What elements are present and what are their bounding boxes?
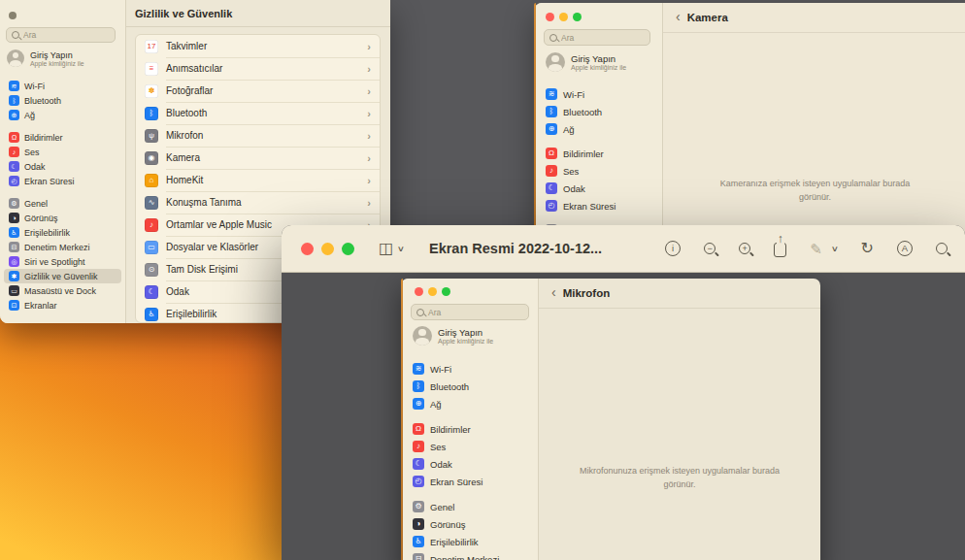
screenshot-image[interactable]: Ara Giriş Yapın Apple kimliğiniz ile ≋ W… xyxy=(401,279,820,560)
zoom-out-button[interactable]: − xyxy=(704,243,715,254)
row-icon: ▭ xyxy=(145,241,158,254)
privacy-row[interactable]: ᛒ Bluetooth › xyxy=(136,102,380,124)
sidebar-item[interactable]: ⚙ Genel xyxy=(4,196,121,211)
search-input[interactable] xyxy=(561,33,645,43)
sidebar-item[interactable]: ≋ Wi-Fi xyxy=(4,79,121,93)
sign-in-title: Giriş Yapın xyxy=(571,53,626,64)
sidebar-item[interactable]: ⊟ Denetim Merkezi xyxy=(4,240,121,254)
info-button[interactable]: i xyxy=(665,241,681,256)
settings-sidebar: Giriş Yapın Apple kimliğiniz ile ≋ Wi-Fi… xyxy=(0,0,126,323)
sidebar-item-label: Ağ xyxy=(563,124,575,135)
markup-button[interactable]: ✎ xyxy=(810,242,822,256)
icon-glyph: ≋ xyxy=(549,90,555,98)
sign-in-item[interactable]: Giriş Yapın Apple kimliğiniz ile xyxy=(7,49,84,67)
traffic-light-button[interactable] xyxy=(546,13,554,21)
annotate-button[interactable]: A xyxy=(897,241,913,256)
sidebar-item[interactable]: ᛒ Bluetooth xyxy=(4,93,121,108)
icon-glyph: ⊟ xyxy=(12,244,17,250)
sidebar-item-label: Siri ve Spotlight xyxy=(24,257,85,267)
icon-glyph: ⊙ xyxy=(149,266,155,274)
desktop-wallpaper xyxy=(0,291,291,560)
privacy-row[interactable]: ⌂ HomeKit › xyxy=(136,169,380,191)
privacy-row[interactable]: ◉ Kamera › xyxy=(136,147,380,169)
sidebar-item[interactable]: ᛒ Bluetooth xyxy=(541,103,657,120)
screenshot-sidebar: Ara Giriş Yapın Apple kimliğiniz ile ≋ W… xyxy=(403,279,539,560)
empty-state-text: Kameranıza erişmek isteyen uygulamalar b… xyxy=(711,178,919,204)
search-icon xyxy=(549,34,557,42)
back-button[interactable]: ‹ xyxy=(676,10,681,23)
sidebar-item-icon: ▭ xyxy=(9,285,19,296)
sidebar-item-icon: ⊟ xyxy=(9,242,19,252)
share-button[interactable] xyxy=(774,243,786,257)
search-input[interactable] xyxy=(23,30,110,40)
sidebar-item-icon: ⊕ xyxy=(546,123,557,135)
zoom-out-icon: − xyxy=(708,245,713,253)
sign-in-item: Giriş Yapın Apple kimliğiniz ile xyxy=(413,326,493,346)
sidebar-item[interactable]: ⊡ Ekranlar xyxy=(4,298,121,313)
icon-glyph: ᛒ xyxy=(12,97,16,104)
sidebar-item[interactable]: ✱ Gizlilik ve Güvenlik xyxy=(4,269,121,283)
pane-title: Mikrofon xyxy=(563,287,611,299)
sidebar-item[interactable]: Ω Bildirimler xyxy=(541,145,657,162)
sidebar-item-list: ≋ Wi-Fi ᛒ Bluetooth ⊕ Ağ xyxy=(408,360,533,560)
sidebar-item[interactable]: ≋ Wi-Fi xyxy=(541,85,657,103)
sidebar-item[interactable]: ◎ Siri ve Spotlight xyxy=(4,254,121,269)
icon-glyph: ≡ xyxy=(150,65,154,73)
sidebar-item[interactable]: Ω Bildirimler xyxy=(4,130,121,145)
sidebar-item-label: Gizlilik ve Güvenlik xyxy=(24,272,98,281)
sidebar-item-label: Ekran Süresi xyxy=(563,201,616,212)
back-icon: ‹ xyxy=(551,285,556,299)
privacy-row[interactable]: ψ Mikrofon › xyxy=(136,124,380,147)
sidebar-item[interactable]: ⊕ Ağ xyxy=(541,120,657,138)
icon-glyph: ♿ xyxy=(415,538,421,545)
sidebar-item[interactable]: ◴ Ekran Süresi xyxy=(4,174,121,188)
sidebar-item[interactable]: ☾ Odak xyxy=(4,159,121,174)
icon-glyph: ☾ xyxy=(148,288,154,296)
sidebar-item-icon: ≋ xyxy=(9,81,19,91)
search-button[interactable] xyxy=(936,243,948,254)
chevron-right-icon: › xyxy=(367,63,371,75)
icon-glyph: Ω xyxy=(416,425,421,433)
sidebar-item[interactable]: ♿ Erişilebilirlik xyxy=(4,225,121,240)
sidebar-item-label: Denetim Merkezi xyxy=(24,243,90,252)
sign-in-item[interactable]: Giriş Yapın Apple kimliğiniz ile xyxy=(546,52,626,72)
sidebar-item[interactable]: ☾ Odak xyxy=(541,180,657,197)
traffic-light-button[interactable] xyxy=(559,13,568,21)
search-field[interactable] xyxy=(544,29,650,46)
traffic-light-button[interactable] xyxy=(301,243,314,255)
sidebar-item[interactable]: ♪ Ses xyxy=(541,162,657,180)
sidebar-item[interactable]: ♪ Ses xyxy=(4,145,121,159)
sidebar-item[interactable]: ⊕ Ağ xyxy=(4,108,121,122)
icon-glyph: ♪ xyxy=(416,443,420,450)
icon-glyph: ◉ xyxy=(149,154,155,162)
sidebar-item-icon: ◑ xyxy=(413,518,424,530)
sidebar-toggle-button[interactable]: ◫ ∨ xyxy=(379,241,404,256)
sidebar-item-icon: ♪ xyxy=(546,165,557,177)
row-label: HomeKit xyxy=(166,175,359,185)
privacy-row[interactable]: 17 Takvimler › xyxy=(136,35,380,57)
sidebar-item-icon: ◴ xyxy=(9,176,19,186)
sidebar-item[interactable]: ◴ Ekran Süresi xyxy=(541,197,657,214)
search-field[interactable] xyxy=(6,27,116,43)
sidebar-item[interactable]: ▭ Masaüstü ve Dock xyxy=(4,283,121,298)
traffic-light-button[interactable] xyxy=(342,243,354,255)
sidebar-item[interactable]: ◑ Görünüş xyxy=(4,211,121,225)
icon-glyph: ψ xyxy=(149,132,154,140)
sidebar-item-label: Görünüş xyxy=(430,519,465,530)
privacy-row[interactable]: ✽ Fotoğraflar › xyxy=(136,80,380,102)
zoom-in-button[interactable]: + xyxy=(739,243,750,254)
icon-glyph: ◴ xyxy=(549,202,555,210)
markup-chevron-icon[interactable]: ∨ xyxy=(831,245,839,253)
privacy-row[interactable]: ∿ Konuşma Tanıma › xyxy=(136,191,380,214)
row-label: Takvimler xyxy=(166,41,359,51)
sidebar-item-icon: ⚙ xyxy=(413,501,424,512)
traffic-light-button[interactable] xyxy=(573,13,582,21)
rotate-button[interactable]: ↻ xyxy=(861,241,874,256)
privacy-row[interactable]: ≡ Anımsatıcılar › xyxy=(136,57,380,80)
icon-glyph: ᛒ xyxy=(150,110,154,117)
traffic-light-button[interactable] xyxy=(321,243,334,255)
window-control-icon[interactable] xyxy=(9,12,17,19)
sidebar-toggle-icon: ◫ xyxy=(379,241,393,256)
sidebar-item-icon: ⊟ xyxy=(413,553,424,560)
icon-glyph: ⌂ xyxy=(150,177,154,184)
